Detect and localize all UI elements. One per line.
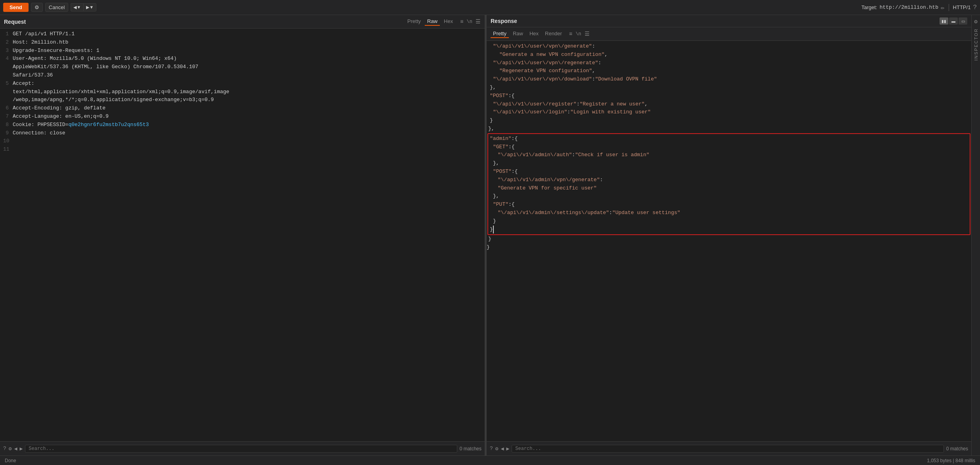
tab-response-render[interactable]: Render (543, 30, 564, 38)
response-view-split-btn[interactable]: ▮▮ (940, 17, 948, 25)
response-menu-icon[interactable]: ☰ (585, 31, 590, 37)
response-search-input[interactable] (512, 445, 944, 453)
response-search-forward-icon[interactable]: ▶ (506, 446, 509, 452)
line-number: 2 (0, 38, 13, 47)
line-content: }, (488, 159, 970, 168)
inspector-label[interactable]: INSPECTOR (974, 28, 978, 61)
wrap-icon[interactable]: ≡ (460, 19, 463, 25)
line-number: 10 (0, 137, 13, 145)
response-search-matches: 0 matches (946, 446, 968, 452)
resp-line-admin-4: }, (488, 159, 970, 168)
line-content (13, 137, 485, 145)
response-search-settings-icon[interactable]: ⚙ (495, 446, 499, 452)
request-line-1: 1 GET /api/v1 HTTP/1.1 (0, 30, 485, 38)
response-wrap-icon[interactable]: ≡ (569, 31, 572, 37)
response-view-single-btn[interactable]: ▭ (959, 17, 967, 25)
send-button[interactable]: Send (3, 3, 29, 12)
line-content: GET /api/v1 HTTP/1.1 (13, 30, 485, 38)
nav-forward-button[interactable]: ▶▼ (83, 3, 96, 11)
response-newline-icon[interactable]: \n (575, 31, 581, 37)
line-content: Accept: (13, 80, 485, 88)
request-line-9: 9 Connection: close (0, 129, 485, 138)
line-content: "\/api\/v1\/user\/vpn\/download":"Downlo… (487, 75, 971, 84)
toolbar: Send ⚙ Cancel ◀▼ ▶▼ Target: http://2mill… (0, 0, 980, 15)
response-code-area[interactable]: "\/api\/v1\/user\/vpn\/generate": "Gener… (487, 41, 971, 441)
inspector-settings-icon[interactable]: ⚙ (974, 18, 977, 25)
status-right: 1,053 bytes | 848 millis (927, 458, 975, 463)
line-content: "admin":{ (488, 135, 970, 143)
request-search-back-icon[interactable]: ◀ (14, 446, 17, 452)
request-line-5b: text/html,application/xhtml+xml,applicat… (0, 88, 485, 96)
resp-line-9: "\/api\/v1\/user\/login":"Login with exi… (487, 108, 971, 117)
response-search-help-icon[interactable]: ? (490, 446, 493, 452)
request-search-settings-icon[interactable]: ⚙ (9, 446, 12, 452)
main-content: Request Pretty Raw Hex ≡ \n ☰ 1 GET /api… (0, 15, 980, 455)
resp-line-4: "Regenerate VPN configuration", (487, 67, 971, 75)
tab-request-pretty[interactable]: Pretty (405, 17, 423, 26)
line-content: "Regenerate VPN configuration", (487, 67, 971, 75)
cancel-button[interactable]: Cancel (45, 3, 68, 12)
line-number: 8 (0, 121, 13, 129)
resp-line-admin-7: "Generate VPN for specific user" (488, 184, 970, 193)
resp-line-10: } (487, 117, 971, 125)
nav-back-forward: ◀▼ ▶▼ (71, 3, 96, 11)
settings-button[interactable]: ⚙ (31, 3, 43, 12)
line-content: } (488, 217, 970, 226)
menu-icon[interactable]: ☰ (476, 18, 481, 25)
line-content: "PUT":{ (488, 201, 970, 209)
help-icon[interactable]: ? (973, 4, 977, 11)
resp-line-admin-12: } (488, 226, 970, 234)
request-line-4b: AppleWebKit/537.36 (KHTML, like Gecko) C… (0, 63, 485, 71)
resp-line-close-2: } (487, 243, 971, 252)
line-number (0, 96, 13, 104)
response-header-icons: ≡ \n ☰ (569, 31, 590, 37)
edit-target-icon[interactable]: ✏ (941, 4, 945, 11)
line-content: }, (487, 125, 971, 133)
line-number: 5 (0, 80, 13, 88)
line-content: } (487, 243, 971, 252)
tab-response-pretty[interactable]: Pretty (491, 30, 509, 38)
resp-line-admin-6: "\/api\/v1\/admin\/vpn\/generate": (488, 176, 970, 184)
line-content: "\/api\/v1\/user\/vpn\/generate": (487, 42, 971, 51)
line-content: /webp,image/apng,*/*;q=0.8,application/s… (13, 96, 485, 104)
target-label: Target: (861, 4, 877, 10)
tab-response-hex[interactable]: Hex (527, 30, 541, 38)
line-number (0, 71, 13, 80)
request-search-input[interactable] (25, 445, 457, 453)
request-panel: Request Pretty Raw Hex ≡ \n ☰ 1 GET /api… (0, 15, 485, 455)
line-content: "POST":{ (487, 92, 971, 100)
response-panel-title: Response (491, 18, 938, 24)
response-panel: Response ▮▮ ▬ ▭ Pretty Raw Hex Render ≡ … (487, 15, 971, 455)
newline-icon[interactable]: \n (467, 19, 472, 25)
request-search-forward-icon[interactable]: ▶ (19, 446, 23, 452)
request-line-7: 7 Accept-Language: en-US,en;q=0.9 (0, 113, 485, 121)
line-content: } (488, 226, 970, 234)
resp-line-5: "\/api\/v1\/user\/vpn\/download":"Downlo… (487, 75, 971, 84)
resp-line-1: "\/api\/v1\/user\/vpn\/generate": (487, 42, 971, 51)
tab-request-hex[interactable]: Hex (441, 17, 455, 26)
line-number: 6 (0, 104, 13, 113)
resp-line-admin-8: }, (488, 192, 970, 201)
tab-response-raw[interactable]: Raw (510, 30, 525, 38)
request-line-2: 2 Host: 2million.htb (0, 38, 485, 47)
resp-line-6: }, (487, 84, 971, 92)
request-code-area[interactable]: 1 GET /api/v1 HTTP/1.1 2 Host: 2million.… (0, 29, 485, 441)
line-content: "\/api\/v1\/user\/register":"Register a … (487, 100, 971, 109)
inspector-sidebar: ⚙ INSPECTOR (971, 15, 980, 455)
line-content: "GET":{ (488, 143, 970, 151)
line-content: "\/api\/v1\/admin\/auth":"Check if user … (488, 151, 970, 159)
request-line-5: 5 Accept: (0, 80, 485, 88)
request-line-10: 10 (0, 137, 485, 145)
response-search-bar: ? ⚙ ◀ ▶ 0 matches (487, 441, 971, 455)
line-content: "POST":{ (488, 168, 970, 176)
tab-request-raw[interactable]: Raw (425, 17, 440, 26)
resp-line-admin-11: } (488, 217, 970, 226)
line-number: 1 (0, 30, 13, 38)
response-view-horizontal-btn[interactable]: ▬ (949, 17, 958, 25)
line-number: 7 (0, 113, 13, 121)
request-search-matches: 0 matches (460, 446, 481, 452)
response-search-back-icon[interactable]: ◀ (501, 446, 504, 452)
request-search-help-icon[interactable]: ? (3, 446, 6, 452)
nav-back-button[interactable]: ◀▼ (71, 3, 83, 11)
line-number: 3 (0, 47, 13, 55)
